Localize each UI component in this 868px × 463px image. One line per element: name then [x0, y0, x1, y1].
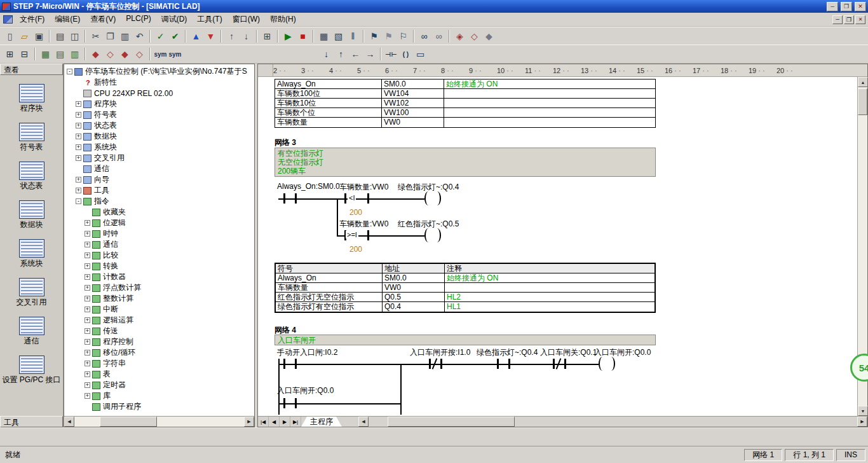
address-cell[interactable]: VW0 — [383, 283, 445, 292]
copy-icon[interactable]: ❐ — [103, 29, 118, 43]
tree-item[interactable]: + 工具 — [65, 185, 254, 196]
insert-coil-icon[interactable]: ( ) — [398, 47, 413, 61]
scroll-left-icon[interactable] — [64, 417, 74, 427]
scroll-right-icon[interactable] — [244, 417, 254, 427]
child-window-icon[interactable] — [3, 15, 13, 24]
menu-item[interactable]: 文件(F) — [15, 12, 50, 27]
tree-expander-icon[interactable]: + — [85, 361, 90, 366]
tree-expander-icon[interactable]: - — [76, 198, 81, 204]
tab-nav-button[interactable]: ▶| — [290, 417, 301, 427]
tree-item[interactable]: 收藏夹 — [65, 207, 254, 218]
tree-expander-icon[interactable]: + — [76, 123, 81, 128]
menu-item[interactable]: 编辑(E) — [50, 12, 85, 27]
symbol-cell[interactable]: 红色指示灯无空位指示 — [276, 293, 383, 301]
cut-icon[interactable]: ✂ — [88, 29, 103, 43]
line-up-icon[interactable]: ↑ — [334, 47, 348, 61]
tree-expander-icon[interactable]: + — [76, 134, 81, 139]
tree-expander-icon[interactable]: + — [85, 317, 90, 323]
tree-item[interactable]: + 系统块 — [65, 142, 254, 153]
contact-operand[interactable]: 绿色指示灯~:Q0.4 — [477, 347, 538, 358]
print-preview-icon[interactable]: ◫ — [67, 29, 82, 43]
tree-item[interactable]: + 交叉引用 — [65, 153, 254, 163]
tree-expander-icon[interactable]: + — [76, 155, 81, 161]
symbol-cell[interactable]: 车辆数个位 — [275, 108, 382, 117]
sidebar-item-set-pg-pc-interface[interactable]: 设置 PG/PC 接口 — [2, 356, 62, 384]
tree-item[interactable]: + 库 — [65, 390, 254, 401]
paste-icon[interactable]: ▥ — [118, 29, 132, 43]
chart-status-icon[interactable]: ▧ — [331, 29, 346, 43]
download-icon[interactable]: ▼ — [203, 29, 218, 43]
tree-expander-icon[interactable]: + — [76, 101, 81, 107]
comment-cell[interactable] — [444, 118, 655, 127]
compare-operand[interactable]: 车辆数量:VW0 — [339, 219, 388, 230]
force-icon[interactable]: ◈ — [452, 29, 467, 43]
contact-operand[interactable]: 入口车闸关:Q0.1 — [540, 347, 597, 358]
tree-expander-icon[interactable]: + — [85, 263, 90, 269]
sidebar-item-symbol-table[interactable]: 符号表 — [2, 123, 62, 151]
status-monitor-icon[interactable]: ∞ — [417, 29, 431, 43]
mdi-restore-button[interactable] — [844, 15, 854, 24]
tree-item[interactable]: + 位逻辑 — [65, 218, 254, 228]
sidebar-item-cross-reference[interactable]: 交叉引用 — [2, 278, 62, 307]
symbolic-addressing-toggle-icon[interactable]: sym — [153, 47, 168, 61]
menu-item[interactable]: PLC(P) — [121, 12, 156, 27]
tree-item[interactable]: - 指令 — [65, 196, 254, 207]
apply-symbols-icon[interactable]: ▥ — [67, 47, 82, 61]
restore-button[interactable] — [841, 2, 852, 11]
network3-title[interactable]: 网络 3 — [275, 137, 296, 148]
coil-arc[interactable] — [433, 191, 441, 205]
network4-comment[interactable]: 入口车闸开 — [275, 335, 656, 345]
symbol-cell[interactable]: 车辆数100位 — [275, 89, 382, 98]
menu-item[interactable]: 工具(T) — [192, 12, 227, 27]
tree-item[interactable]: + 计数器 — [65, 272, 254, 282]
tree-expander-icon[interactable]: + — [85, 382, 90, 388]
tree-item[interactable]: + 转换 — [65, 261, 254, 272]
symbol-cell[interactable]: Always_On — [275, 79, 382, 88]
view-symbol-table-icon[interactable]: ▦ — [38, 47, 53, 61]
tree-expander-icon[interactable]: + — [85, 274, 90, 280]
menu-item[interactable]: 帮助(H) — [265, 12, 301, 27]
tree-expander-icon[interactable]: + — [85, 296, 90, 301]
tree-item[interactable]: + 中断 — [65, 304, 254, 315]
scroll-down-icon[interactable] — [858, 406, 868, 416]
tree-item[interactable]: + 表 — [65, 369, 254, 380]
tree-item[interactable]: + 逻辑运算 — [65, 315, 254, 326]
vertical-scroll-thumb[interactable] — [858, 88, 867, 115]
sort-descending-icon[interactable]: ↓ — [239, 29, 254, 43]
header-cell[interactable]: 注释 — [445, 264, 654, 273]
delete-network-icon[interactable]: ⊟ — [17, 47, 32, 61]
tree-item[interactable]: + 比较 — [65, 250, 254, 261]
tree-expander-icon[interactable]: + — [85, 393, 90, 399]
comment-cell[interactable]: HL2 — [445, 293, 654, 301]
menu-item[interactable]: 调试(D) — [156, 12, 193, 27]
tools-bar-header[interactable]: 工具 — [0, 416, 63, 427]
tab-nav-button[interactable]: ◀ — [269, 417, 280, 427]
program-status-icon[interactable]: ▦ — [316, 29, 331, 43]
tree-expander-icon[interactable]: + — [76, 144, 81, 150]
coil-arc[interactable] — [599, 357, 606, 371]
tree-expander-icon[interactable]: - — [67, 69, 72, 74]
tree-expander-icon[interactable]: + — [85, 339, 90, 345]
tree-expander-icon[interactable]: + — [85, 252, 90, 258]
address-cell[interactable]: SM0.0 — [383, 273, 445, 282]
minimize-button[interactable] — [827, 2, 838, 11]
tree-expander-icon[interactable]: + — [85, 307, 90, 312]
compare-operator[interactable]: <I — [348, 194, 356, 202]
upload-icon[interactable]: ▲ — [189, 29, 203, 43]
comment-cell[interactable]: 始终接通为 ON — [444, 79, 655, 88]
comment-cell[interactable]: 始终接通为 ON — [445, 273, 654, 282]
symbol-cell[interactable]: 绿色指示灯有空位指示 — [276, 302, 383, 312]
save-icon[interactable]: ▣ — [32, 29, 46, 43]
tree-expander-icon[interactable]: + — [76, 112, 81, 118]
tree-item[interactable]: + 数据块 — [65, 131, 254, 142]
symbol-info-table-icon[interactable]: ▤ — [53, 47, 67, 61]
tree-expander-icon[interactable]: + — [85, 220, 90, 226]
insert-contact-icon[interactable]: ⊣⊢ — [384, 47, 398, 61]
tree-expander-icon[interactable]: + — [76, 188, 81, 193]
tree-item[interactable]: + 时钟 — [65, 228, 254, 239]
sidebar-item-status-chart[interactable]: 状态表 — [2, 162, 62, 190]
contact-operand[interactable]: 手动开入口闸:I0.2 — [277, 347, 337, 358]
tree-item[interactable]: CPU 224XP REL 02.00 — [65, 88, 254, 99]
contact-operand[interactable]: 入口车闸开按:I1.0 — [410, 347, 470, 358]
symbol-cell[interactable]: Always_On — [276, 273, 383, 282]
